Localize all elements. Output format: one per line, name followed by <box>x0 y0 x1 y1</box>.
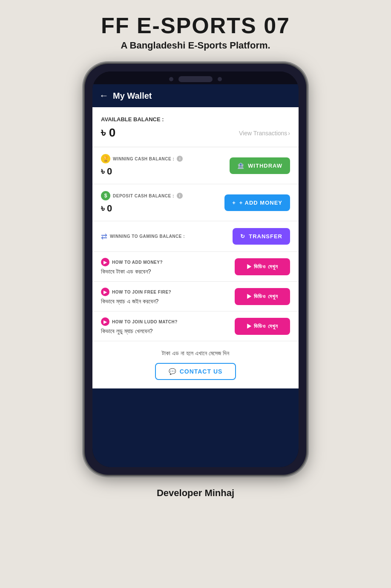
tutorial-free-fire-label: ▶ HOW TO JOIN FREE FIRE? <box>101 288 171 296</box>
screen: ← My Wallet AVAILABLE BALANCE : ৳ 0 View… <box>92 84 299 467</box>
tutorial-free-fire-left: ▶ HOW TO JOIN FREE FIRE? কিভাবে ম্যাচ এ … <box>101 288 171 305</box>
screen-header: ← My Wallet <box>92 84 299 107</box>
watch-video-1-button[interactable]: ▶ ভিডিও দেখুন <box>235 258 290 275</box>
winning-cash-left: 🏆 WINNING CASH BALANCE : i ৳ 0 <box>101 154 183 177</box>
tutorial-free-fire-row: ▶ HOW TO JOIN FREE FIRE? কিভাবে ম্যাচ এ … <box>92 282 299 311</box>
plus-icon: + <box>232 200 236 206</box>
deposit-cash-info-icon: i <box>177 193 183 199</box>
phone-frame: ← My Wallet AVAILABLE BALANCE : ৳ 0 View… <box>85 64 306 475</box>
back-button[interactable]: ← <box>99 90 109 101</box>
bank-icon: 🏦 <box>237 163 244 169</box>
winning-cash-info-icon: i <box>177 156 183 162</box>
trophy-icon: 🏆 <box>101 154 110 163</box>
tutorial-ludo-label: ▶ HOW TO JOIN LUDO MATCH? <box>101 317 178 326</box>
tutorial-add-money-left: ▶ HOW TO ADD MONEY? কিভাবে টাকা এড করবেন… <box>101 258 163 275</box>
deposit-cash-amount: ৳ 0 <box>101 203 183 214</box>
deposit-cash-row: $ DEPOSIT CASH BALANCE : i ৳ 0 + + ADD M… <box>92 184 299 221</box>
play-icon-3: ▶ <box>101 317 109 326</box>
available-balance-amount: ৳ 0 <box>101 126 115 140</box>
transfer-button[interactable]: ↻ TRANSFER <box>233 228 290 245</box>
contact-section: টাকা এড না হলে এখানে মেসেজ দিন 💬 CONTACT… <box>92 341 299 388</box>
tutorial-free-fire-desc: কিভাবে ম্যাচ এ জইন করবেন? <box>101 298 171 305</box>
tutorial-add-money-row: ▶ HOW TO ADD MONEY? কিভাবে টাকা এড করবেন… <box>92 252 299 282</box>
add-money-button[interactable]: + + ADD MONEY <box>224 194 290 211</box>
contact-us-button[interactable]: 💬 CONTACT US <box>155 363 236 380</box>
winning-cash-row: 🏆 WINNING CASH BALANCE : i ৳ 0 🏦 WITHDRA… <box>92 147 299 184</box>
page-title: FF E-SPORTS 07 <box>101 13 290 38</box>
transfer-left: ⇄ WINNING TO GAMING BALANCE : <box>101 232 185 241</box>
play-icon-2: ▶ <box>101 288 109 296</box>
winning-cash-amount: ৳ 0 <box>101 166 183 177</box>
play-icon-1: ▶ <box>101 258 109 266</box>
available-balance-label: AVAILABLE BALANCE : <box>101 116 290 123</box>
notch-bar <box>178 76 213 82</box>
dollar-icon: $ <box>101 191 110 200</box>
deposit-cash-left: $ DEPOSIT CASH BALANCE : i ৳ 0 <box>101 191 183 214</box>
balance-row: ৳ 0 View Transactions › <box>101 126 290 140</box>
view-transactions-btn[interactable]: View Transactions › <box>239 130 290 137</box>
available-balance-section: AVAILABLE BALANCE : ৳ 0 View Transaction… <box>92 107 299 147</box>
tutorial-ludo-row: ▶ HOW TO JOIN LUDO MATCH? কিভাবে লুডু ম্… <box>92 311 299 341</box>
phone-inner: ← My Wallet AVAILABLE BALANCE : ৳ 0 View… <box>92 71 299 467</box>
transfer-arrows-icon: ⇄ <box>101 232 107 241</box>
winning-cash-label-row: 🏆 WINNING CASH BALANCE : i <box>101 154 183 163</box>
tutorial-add-money-desc: কিভাবে টাকা এড করবেন? <box>101 268 163 275</box>
watch-video-3-button[interactable]: ▶ ভিডিও দেখুন <box>235 318 290 335</box>
deposit-cash-label: DEPOSIT CASH BALANCE : <box>113 194 174 198</box>
transfer-label-row: ⇄ WINNING TO GAMING BALANCE : <box>101 232 185 241</box>
screen-body: AVAILABLE BALANCE : ৳ 0 View Transaction… <box>92 107 299 388</box>
page-subtitle: A Bangladeshi E-Sports Platform. <box>121 40 270 51</box>
chat-icon: 💬 <box>169 368 176 375</box>
withdraw-button[interactable]: 🏦 WITHDRAW <box>230 157 290 174</box>
tutorial-ludo-desc: কিভাবে লুডু ম্যাচ খেলবেন? <box>101 328 178 335</box>
phone-notch <box>92 71 299 84</box>
notch-dot-left <box>169 77 173 81</box>
developer-label: Developer Minhaj <box>157 488 234 499</box>
wallet-title: My Wallet <box>113 91 152 101</box>
watch-video-2-button[interactable]: ▶ ভিডিও দেখুন <box>235 288 290 305</box>
refresh-icon: ↻ <box>240 233 245 240</box>
transfer-label: WINNING TO GAMING BALANCE : <box>110 234 185 239</box>
deposit-cash-label-row: $ DEPOSIT CASH BALANCE : i <box>101 191 183 200</box>
tutorial-add-money-label: ▶ HOW TO ADD MONEY? <box>101 258 163 266</box>
tutorial-ludo-left: ▶ HOW TO JOIN LUDO MATCH? কিভাবে লুডু ম্… <box>101 317 178 335</box>
contact-text: টাকা এড না হলে এখানে মেসেজ দিন <box>162 350 229 357</box>
transfer-row: ⇄ WINNING TO GAMING BALANCE : ↻ TRANSFER <box>92 221 299 252</box>
winning-cash-label: WINNING CASH BALANCE : <box>113 157 174 161</box>
notch-dot-right <box>218 77 222 81</box>
